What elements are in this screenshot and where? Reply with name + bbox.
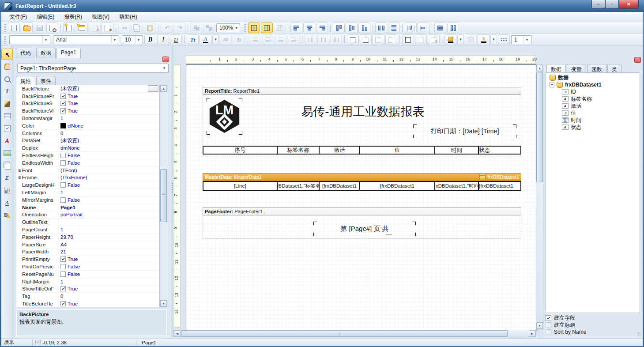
menu-item[interactable]: 帮助(H): [115, 12, 141, 22]
scroll-up-icon[interactable]: ▲: [536, 65, 543, 72]
property-row[interactable]: Color clNone: [16, 122, 159, 130]
object-selector[interactable]: Page1: TfrxReportPage ▼: [17, 64, 169, 73]
text-object-tool[interactable]: A: [1, 135, 13, 147]
same-width-button[interactable]: [434, 23, 446, 33]
toolbar-separator[interactable]: [158, 23, 158, 32]
property-row[interactable]: BackPicturePr True: [16, 93, 159, 100]
property-row[interactable]: EndlessHeigh False: [16, 152, 159, 159]
collapse-icon[interactable]: [550, 83, 554, 87]
font-select[interactable]: Arial ▼: [53, 35, 119, 44]
property-value[interactable]: False: [59, 160, 159, 166]
tree-field[interactable]: 值: [546, 109, 640, 117]
frame-none-button[interactable]: [415, 34, 427, 45]
report-title-text[interactable]: 易传-通用工业数据报表: [239, 104, 486, 123]
frame-top-button[interactable]: [347, 34, 359, 45]
selection-handle[interactable]: [513, 135, 516, 138]
new-page-button[interactable]: [63, 23, 75, 33]
delete-page-button[interactable]: [89, 23, 101, 33]
workspace-tab[interactable]: Page1: [56, 48, 81, 58]
line-style-button[interactable]: [498, 34, 510, 45]
data-row[interactable]: [Line][frxDBDataset1."标签名称"][frxDBDatase…: [203, 181, 521, 191]
frame-edit-button[interactable]: [428, 34, 440, 45]
text-align-middle-button[interactable]: [317, 34, 329, 45]
property-row[interactable]: BottomMargir 1: [16, 115, 159, 122]
checkbox-icon[interactable]: [60, 197, 66, 203]
ungroup-button[interactable]: [203, 23, 215, 33]
paste-button[interactable]: [144, 23, 156, 33]
data-cell[interactable]: [frxDBDataset1: [360, 182, 435, 190]
property-row[interactable]: Orientation poPortrait: [16, 211, 159, 219]
fit-to-grid-button[interactable]: [274, 23, 286, 33]
font-settings-button[interactable]: Tt: [187, 34, 199, 45]
chevron-down-icon[interactable]: ▼: [135, 36, 142, 44]
toolbar-grip[interactable]: [4, 24, 6, 32]
property-value[interactable]: False: [59, 182, 159, 188]
property-value[interactable]: poPortrait: [59, 212, 159, 217]
ellipsis-button[interactable]: ···: [148, 85, 158, 92]
property-row[interactable]: Name Page1: [16, 204, 159, 211]
close-button[interactable]: ✕: [619, 0, 639, 9]
property-value[interactable]: 21: [59, 249, 159, 254]
expand-icon[interactable]: ⊞: [16, 168, 22, 173]
property-value[interactable]: 1: [59, 227, 159, 232]
toolbar-separator[interactable]: [399, 35, 400, 44]
menu-item[interactable]: 文件(F): [6, 12, 31, 22]
checkbox-icon[interactable]: [60, 272, 66, 277]
data-cell[interactable]: [frxDBDataset1."标签名称"]: [278, 182, 320, 190]
highlight-button[interactable]: ab: [220, 34, 232, 45]
vertical-scrollbar[interactable]: ▲ ▼: [536, 64, 543, 329]
property-value[interactable]: A4: [59, 242, 159, 247]
property-value[interactable]: True: [59, 108, 159, 113]
table-header-cell[interactable]: 序号: [203, 147, 278, 154]
chevron-down-icon[interactable]: ▼: [523, 36, 530, 44]
panel-dock-icon[interactable]: [634, 57, 641, 63]
hand-tool[interactable]: [1, 61, 13, 72]
zoom-select[interactable]: 100% ▼: [216, 23, 240, 32]
selection-handle[interactable]: [412, 233, 416, 236]
fill-color-dropdown[interactable]: ▼: [457, 34, 464, 45]
workspace-tab[interactable]: 代码: [16, 48, 35, 58]
space-vertically-button[interactable]: [388, 23, 400, 33]
toolbar-separator[interactable]: [402, 23, 403, 32]
checkbox-icon[interactable]: [546, 329, 551, 335]
frame-left-button[interactable]: [373, 34, 384, 45]
property-value[interactable]: False: [59, 197, 159, 203]
property-row[interactable]: OutlineText: [16, 219, 159, 226]
tree-dataset[interactable]: frxDBDataset1: [546, 81, 640, 88]
checkbox-icon[interactable]: [60, 108, 66, 113]
data-cell[interactable]: [frxDBDataset1: [479, 182, 513, 190]
property-row[interactable]: ShowTitleOnF True: [16, 286, 159, 293]
property-row[interactable]: PaperSize A4: [16, 241, 159, 249]
property-row[interactable]: MirrorMargins False: [16, 196, 159, 204]
selection-handle[interactable]: [413, 135, 417, 138]
property-row[interactable]: LargeDesignH False: [16, 181, 159, 189]
property-row[interactable]: PaperHeight 29.70: [16, 234, 159, 241]
toolbar-separator[interactable]: [344, 35, 345, 44]
scrollbar-thumb[interactable]: [160, 169, 167, 222]
bold-button[interactable]: B: [144, 34, 156, 45]
property-value[interactable]: 1: [59, 279, 159, 284]
toolbar-grip[interactable]: [244, 24, 246, 32]
tree-field[interactable]: ID: [546, 88, 640, 95]
fill-style-button[interactable]: [465, 34, 477, 45]
toolbar-separator[interactable]: [247, 35, 247, 44]
property-row[interactable]: ⊞ Font (TFont): [16, 167, 159, 174]
text-align-center-button[interactable]: [262, 34, 274, 45]
align-to-grid-button[interactable]: [261, 23, 273, 33]
checkbox-icon[interactable]: [60, 153, 66, 158]
align-tops-button[interactable]: [333, 23, 345, 33]
property-row[interactable]: EndlessWidth False: [16, 159, 159, 167]
checkbox-icon[interactable]: [60, 264, 66, 269]
data-cell[interactable]: [frxDBDataset1."时间"]: [435, 182, 479, 190]
align-middles-button[interactable]: [346, 23, 358, 33]
property-value[interactable]: True: [59, 101, 159, 106]
checkbox-icon[interactable]: [60, 123, 66, 128]
group-button[interactable]: [190, 23, 202, 33]
scroll-left-icon[interactable]: ◀: [174, 330, 181, 337]
table-header-cell[interactable]: 值: [360, 147, 435, 154]
menu-item[interactable]: 视图(V): [88, 12, 113, 22]
property-row[interactable]: ResetPageNu False: [16, 271, 159, 278]
property-value[interactable]: False: [59, 153, 159, 158]
selection-handle[interactable]: [412, 222, 416, 225]
toolbar-separator[interactable]: [330, 23, 331, 32]
